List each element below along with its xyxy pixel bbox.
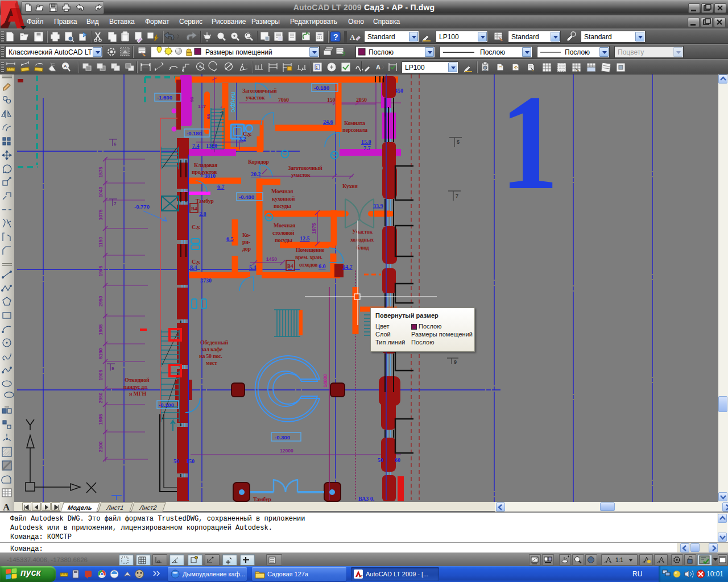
svg-text:1905: 1905 — [98, 324, 104, 335]
svg-text:Помещение: Помещение — [296, 247, 325, 253]
svg-text:посуды: посуды — [274, 203, 291, 209]
svg-text:7: 7 — [456, 193, 458, 199]
svg-text:96: 96 — [189, 97, 195, 102]
svg-text:150: 150 — [186, 458, 195, 464]
svg-text:6.5: 6.5 — [226, 236, 234, 242]
svg-text:-0.300: -0.300 — [275, 434, 290, 440]
svg-text:-0.180: -0.180 — [187, 130, 202, 136]
svg-text:7: 7 — [114, 201, 117, 206]
svg-text:Комната: Комната — [344, 120, 365, 126]
svg-text:20.2: 20.2 — [251, 171, 261, 177]
svg-text:пандус дл: пандус дл — [123, 384, 147, 390]
svg-text:2950: 2950 — [98, 392, 104, 403]
svg-text:1075: 1075 — [98, 209, 104, 220]
svg-text:Ко-: Ко- — [242, 232, 250, 238]
svg-text:LT: LT — [359, 575, 363, 578]
svg-text:кухонной: кухонной — [272, 196, 295, 202]
svg-text:5.4: 5.4 — [249, 264, 257, 271]
svg-text:Участок: Участок — [352, 228, 373, 235]
svg-text:150: 150 — [327, 97, 335, 103]
svg-text:1150: 1150 — [98, 237, 104, 248]
svg-text:7060: 7060 — [278, 97, 289, 103]
svg-text:дор: дор — [242, 246, 251, 252]
svg-text:зал кафе: зал кафе — [201, 346, 223, 352]
svg-text:Заготовочный: Заготовочный — [288, 165, 322, 171]
svg-text:на 50 пос.: на 50 пос. — [199, 353, 222, 359]
svg-text:-0.100: -0.100 — [159, 402, 174, 408]
svg-text:мест: мест — [206, 360, 217, 366]
svg-text:2050: 2050 — [356, 97, 367, 103]
svg-text:24.6: 24.6 — [323, 119, 333, 125]
svg-text:блюд: блюд — [357, 244, 369, 251]
svg-text:я МГН: я МГН — [129, 390, 147, 397]
svg-text:1975: 1975 — [311, 223, 317, 234]
svg-text:2100: 2100 — [98, 441, 104, 452]
svg-text:7.7: 7.7 — [363, 145, 371, 151]
svg-text:2.8: 2.8 — [199, 211, 206, 217]
svg-text:A: A — [376, 64, 380, 70]
svg-text:1905: 1905 — [98, 265, 104, 276]
svg-text:Моечная: Моечная — [271, 188, 293, 194]
svg-text:1450: 1450 — [266, 256, 277, 262]
svg-text:3810: 3810 — [204, 173, 216, 179]
svg-text:участок: участок — [291, 172, 311, 178]
svg-text:холодных: холодных — [350, 236, 374, 243]
svg-text:6.0: 6.0 — [318, 263, 326, 269]
svg-text:A: A — [3, 502, 10, 511]
svg-text:3730: 3730 — [200, 277, 212, 284]
svg-text:Кладовая: Кладовая — [194, 162, 218, 168]
svg-text:Кухня: Кухня — [342, 183, 358, 189]
svg-text:1: 1 — [500, 74, 559, 218]
svg-text:1: 1 — [316, 65, 318, 69]
svg-text:1905: 1905 — [98, 414, 104, 425]
svg-text:A: A — [64, 64, 67, 69]
svg-text:1320: 1320 — [206, 143, 217, 149]
svg-text:ри-: ри- — [242, 239, 250, 245]
svg-text:С.у.: С.у. — [192, 224, 201, 230]
svg-text:столовой: столовой — [272, 230, 295, 236]
svg-text:участок: участок — [246, 94, 265, 101]
svg-text:?: ? — [333, 32, 338, 41]
svg-text:9: 9 — [111, 366, 114, 371]
svg-text:-0.180: -0.180 — [314, 85, 329, 91]
svg-text:В4: В4 — [287, 263, 293, 269]
svg-text:1575: 1575 — [98, 167, 104, 177]
svg-text:14800: 14800 — [322, 374, 328, 388]
svg-text:ВА3 0.: ВА3 0. — [358, 496, 375, 502]
svg-text:15.0: 15.0 — [361, 139, 371, 145]
svg-text:9: 9 — [454, 359, 457, 365]
svg-text:7.4: 7.4 — [192, 143, 200, 149]
svg-text:Тамбур: Тамбур — [196, 198, 214, 204]
svg-text:50: 50 — [173, 458, 179, 464]
svg-text:врем. хран.: врем. хран. — [295, 254, 323, 260]
svg-text:посуды: посуды — [275, 237, 292, 243]
svg-text:14.7: 14.7 — [342, 264, 353, 270]
svg-text:Обеденный: Обеденный — [200, 339, 228, 346]
svg-text:1:1: 1:1 — [615, 557, 623, 563]
svg-text:-0.770: -0.770 — [134, 203, 150, 210]
svg-text:1040: 1040 — [98, 186, 104, 197]
svg-text:5: 5 — [457, 139, 460, 145]
svg-text:Моечная: Моечная — [274, 222, 296, 228]
svg-text:Тамбур: Тамбур — [253, 496, 271, 502]
svg-text:450: 450 — [395, 88, 403, 94]
svg-text:98: 98 — [206, 114, 211, 119]
svg-text:12.5: 12.5 — [300, 235, 310, 242]
svg-text:3.2: 3.2 — [239, 136, 246, 142]
svg-text:12000: 12000 — [280, 448, 293, 454]
svg-text:отходов: отходов — [299, 261, 318, 268]
svg-text:Заготовочный: Заготовочный — [242, 88, 277, 94]
svg-text:33.9: 33.9 — [373, 203, 383, 209]
svg-text:5190: 5190 — [98, 348, 104, 359]
svg-text:1905: 1905 — [98, 369, 104, 380]
svg-text:-0.480: -0.480 — [239, 194, 254, 200]
svg-text:50: 50 — [378, 457, 383, 463]
svg-text:6: 6 — [114, 142, 117, 147]
svg-text:Коридор: Коридор — [248, 159, 269, 165]
svg-text:ПАНДУС: ПАНДУС — [230, 92, 236, 113]
svg-text:6.7: 6.7 — [217, 184, 225, 190]
svg-text:-1.600: -1.600 — [157, 94, 172, 101]
svg-text:187: 187 — [198, 104, 206, 109]
svg-text:персонала: персонала — [342, 127, 367, 133]
svg-text:8.4: 8.4 — [190, 264, 197, 271]
